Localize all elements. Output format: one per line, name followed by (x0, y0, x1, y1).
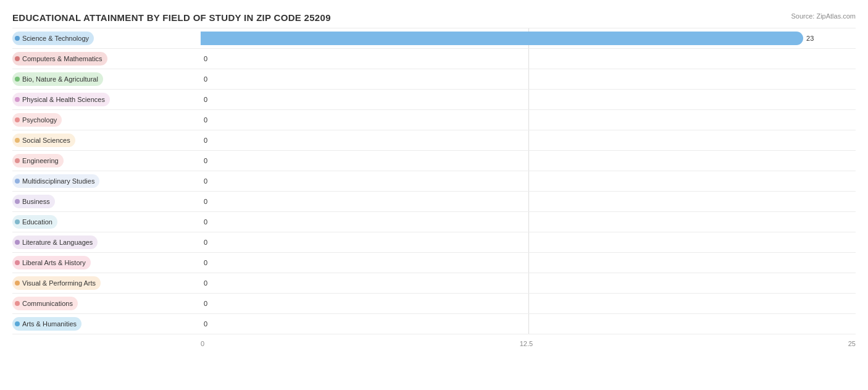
table-row: Social Sciences0 (12, 130, 856, 151)
bar-label: Social Sciences (22, 137, 70, 144)
table-row: Psychology0 (12, 110, 856, 130)
bar-value: 23 (806, 35, 814, 42)
bar-value: 0 (204, 96, 207, 103)
chart-container: EDUCATIONAL ATTAINMENT BY FIELD OF STUDY… (0, 0, 868, 390)
bar-value: 0 (204, 116, 207, 124)
bar-label: Visual & Performing Arts (22, 279, 96, 287)
x-axis-max: 25 (848, 340, 856, 347)
bar-value: 0 (204, 218, 207, 226)
bar-value: 0 (204, 320, 207, 328)
bar-label: Psychology (22, 116, 57, 124)
bar-label: Liberal Arts & History (22, 259, 86, 266)
bar-label: Business (22, 198, 50, 205)
bar-value: 0 (204, 300, 207, 307)
table-row: Liberal Arts & History0 (12, 253, 856, 273)
table-row: Bio, Nature & Agricultural0 (12, 69, 856, 90)
bar-fill (201, 32, 803, 45)
bar-value: 0 (204, 259, 207, 266)
x-axis-mid: 12.5 (520, 340, 533, 347)
bar-label: Literature & Languages (22, 239, 93, 246)
bar-value: 0 (204, 137, 207, 144)
table-row: Visual & Performing Arts0 (12, 273, 856, 294)
source-label: Source: ZipAtlas.com (791, 12, 856, 20)
bar-label: Science & Technology (22, 35, 89, 42)
table-row: Business0 (12, 192, 856, 212)
bar-value: 0 (204, 239, 207, 246)
table-row: Science & Technology23 (12, 28, 856, 49)
table-row: Multidisciplinary Studies0 (12, 171, 856, 192)
bar-label: Physical & Health Sciences (22, 96, 105, 103)
table-row: Communications0 (12, 294, 856, 314)
chart-body: Science & Technology23Computers & Mathem… (12, 28, 856, 347)
table-row: Arts & Humanities0 (12, 314, 856, 334)
bar-value: 0 (204, 55, 207, 62)
bar-value: 0 (204, 75, 207, 83)
bar-label: Multidisciplinary Studies (22, 177, 94, 185)
x-axis-min: 0 (201, 340, 204, 347)
bar-label: Computers & Mathematics (22, 55, 102, 62)
table-row: Engineering0 (12, 151, 856, 171)
table-row: Computers & Mathematics0 (12, 49, 856, 69)
bar-value: 0 (204, 198, 207, 205)
table-row: Physical & Health Sciences0 (12, 90, 856, 110)
bar-label: Engineering (22, 157, 59, 164)
bar-label: Bio, Nature & Agricultural (22, 75, 98, 83)
table-row: Literature & Languages0 (12, 232, 856, 253)
chart-title: EDUCATIONAL ATTAINMENT BY FIELD OF STUDY… (12, 12, 856, 23)
bar-label: Education (22, 218, 52, 226)
table-row: Education0 (12, 212, 856, 232)
bar-value: 0 (204, 279, 207, 287)
x-axis-row: 0 12.5 25 (12, 334, 856, 348)
bar-label: Arts & Humanities (22, 320, 77, 328)
bar-label: Communications (22, 300, 73, 307)
bar-value: 0 (204, 177, 207, 185)
bar-value: 0 (204, 157, 207, 164)
